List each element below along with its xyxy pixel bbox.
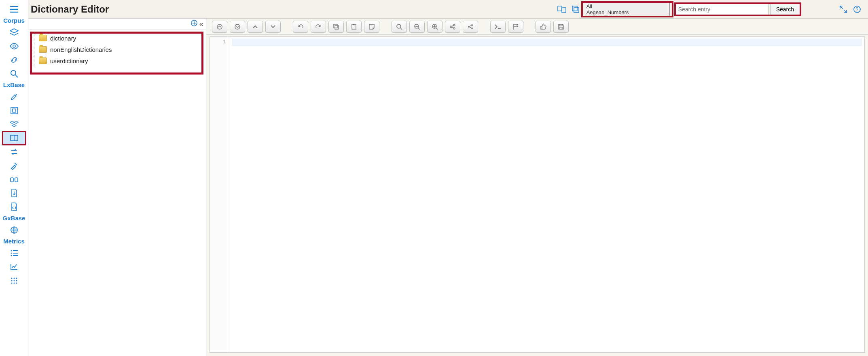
svg-point-35 — [450, 26, 452, 28]
svg-point-39 — [471, 24, 473, 26]
terminal-icon[interactable] — [490, 21, 506, 33]
sidebar-section-gxbase: GxBase — [3, 215, 25, 222]
svg-point-37 — [453, 28, 455, 29]
svg-point-26 — [217, 24, 222, 29]
dots-icon[interactable] — [2, 274, 26, 288]
folder-icon — [39, 46, 47, 53]
svg-point-10 — [11, 278, 12, 279]
file-code-icon[interactable] — [2, 200, 26, 214]
chevron-down-icon[interactable] — [265, 21, 281, 33]
folder-icon — [39, 35, 47, 41]
eye-icon[interactable] — [2, 39, 26, 53]
svg-point-16 — [11, 283, 12, 284]
globe-icon[interactable] — [2, 223, 26, 237]
layers-icon[interactable] — [2, 26, 26, 39]
list-icon[interactable] — [2, 246, 26, 260]
zoom-out-icon[interactable] — [409, 21, 425, 33]
svg-rect-4 — [11, 178, 13, 182]
page-title: Dictionary Editor — [31, 4, 109, 15]
binoculars-icon[interactable] — [2, 173, 26, 186]
editor-toolbar — [206, 19, 868, 35]
tree-item-label: dictionary — [50, 35, 76, 42]
edit-icon[interactable] — [2, 90, 26, 104]
svg-point-36 — [453, 24, 455, 26]
expand-icon[interactable] — [837, 3, 849, 15]
add-icon[interactable] — [191, 19, 198, 29]
cubes-icon[interactable] — [2, 117, 26, 131]
svg-rect-21 — [572, 6, 577, 11]
svg-rect-31 — [353, 24, 355, 25]
header-bar: Dictionary Editor All Aegean_Numbers All… — [28, 0, 868, 19]
svg-point-14 — [13, 280, 15, 281]
tree-item-userdictionary[interactable]: userdictionary — [32, 55, 203, 66]
tree-item-dictionary[interactable]: dictionary — [32, 32, 203, 44]
svg-rect-5 — [15, 178, 18, 182]
svg-point-1 — [11, 70, 16, 75]
svg-rect-3 — [13, 109, 16, 112]
svg-point-18 — [16, 283, 17, 284]
circle-down-icon[interactable] — [230, 21, 245, 33]
svg-rect-22 — [574, 8, 579, 13]
code-editor[interactable]: 1 — [210, 36, 865, 353]
sidebar-section-corpus: Corpus — [3, 17, 25, 24]
svg-point-15 — [16, 280, 17, 281]
svg-point-27 — [235, 24, 240, 29]
svg-rect-28 — [334, 24, 337, 28]
sidebar-section-metrics: Metrics — [3, 238, 25, 245]
link-icon[interactable] — [2, 53, 26, 67]
chart-icon[interactable] — [2, 260, 26, 274]
sidebar-section-lxbase: LxBase — [3, 81, 25, 88]
share-icon[interactable] — [445, 21, 460, 33]
circle-up-icon[interactable] — [212, 21, 227, 33]
svg-rect-19 — [558, 6, 562, 11]
svg-rect-29 — [335, 26, 339, 29]
flag-icon[interactable] — [508, 21, 523, 33]
svg-text:?: ? — [856, 6, 859, 12]
svg-point-32 — [397, 24, 401, 28]
thumbs-up-icon[interactable] — [536, 21, 551, 33]
svg-rect-20 — [562, 8, 566, 13]
search-input[interactable] — [675, 4, 768, 15]
editor-area: 1 — [206, 19, 868, 356]
tree-item-label: userdictionary — [50, 58, 88, 64]
frame-icon[interactable] — [2, 104, 26, 117]
menu-icon[interactable] — [2, 2, 26, 16]
search-icon[interactable] — [2, 67, 26, 81]
search-button[interactable]: Search — [770, 4, 800, 15]
svg-point-40 — [471, 28, 473, 29]
svg-point-38 — [468, 26, 470, 28]
gavel-icon[interactable] — [2, 159, 26, 173]
paste-icon[interactable] — [346, 21, 362, 33]
svg-point-9 — [11, 255, 12, 256]
book-icon[interactable] — [2, 131, 26, 145]
folder-icon — [39, 58, 47, 64]
zoom-in-icon[interactable] — [427, 21, 442, 33]
redo-icon[interactable] — [311, 21, 326, 33]
svg-point-12 — [16, 278, 17, 279]
line-number: 1 — [210, 38, 226, 45]
collapse-panel-icon[interactable]: « — [199, 20, 203, 28]
tree-item-nonenglish[interactable]: nonEnglishDictionaries — [32, 44, 203, 55]
retweet-icon[interactable] — [2, 145, 26, 159]
svg-point-8 — [11, 253, 12, 254]
undo-icon[interactable] — [293, 21, 308, 33]
tree-panel: « dictionary nonEnglishDictionaries user… — [28, 19, 206, 356]
svg-point-11 — [13, 278, 15, 279]
copy-icon[interactable] — [569, 3, 582, 15]
svg-point-13 — [11, 280, 12, 281]
copy-button-icon[interactable] — [328, 21, 344, 33]
help-icon[interactable]: ? — [851, 3, 863, 15]
zoom-icon[interactable] — [392, 21, 407, 33]
share-fill-icon[interactable] — [463, 21, 478, 33]
file-download-icon[interactable] — [2, 186, 26, 200]
chevron-up-icon[interactable] — [248, 21, 263, 33]
save-icon[interactable] — [553, 21, 569, 33]
line-gutter: 1 — [210, 37, 229, 352]
tree-item-label: nonEnglishDictionaries — [50, 46, 112, 53]
filter-select[interactable]: All Aegean_Numbers All Aegean_Numbers — [585, 2, 670, 16]
svg-point-7 — [11, 250, 12, 252]
note-icon[interactable] — [364, 21, 379, 33]
editor-current-line — [232, 38, 862, 46]
translate-icon[interactable] — [556, 3, 568, 15]
svg-rect-2 — [11, 107, 17, 114]
